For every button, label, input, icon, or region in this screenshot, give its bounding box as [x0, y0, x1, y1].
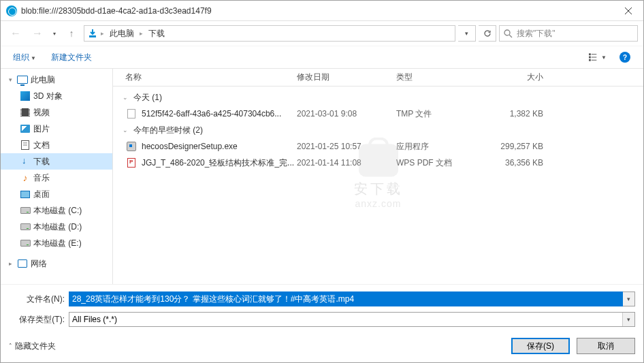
close-button[interactable]: [613, 1, 643, 21]
tree-label: 下载: [33, 156, 50, 168]
tree-documents[interactable]: 文档: [1, 137, 112, 153]
tree-label: 本地磁盘 (D:): [33, 221, 82, 233]
hide-folders-toggle[interactable]: ˄ 隐藏文件夹: [9, 341, 56, 352]
tree-desktop[interactable]: 桌面: [1, 186, 112, 202]
toolbar: 组织▼ 新建文件夹 ▼ ?: [1, 46, 643, 69]
recent-locations-dropdown[interactable]: ▾: [50, 25, 59, 42]
group-label: 今天 (1): [133, 92, 162, 104]
file-row[interactable]: JGJ_T_486-2020_轻板结构技术标准_完... 2021-01-14 …: [113, 155, 643, 171]
view-options-button[interactable]: ▼: [586, 49, 609, 65]
search-input[interactable]: 搜索"下载": [499, 25, 638, 42]
file-name: 512f5f42-6aff-43a6-a425-407304cb6...: [142, 109, 297, 119]
file-row[interactable]: 512f5f42-6aff-43a6-a425-407304cb6... 202…: [113, 106, 643, 122]
tree-local-disk-c[interactable]: 本地磁盘 (C:): [1, 202, 112, 219]
dialog-footer: ˄ 隐藏文件夹 保存(S) 取消: [1, 332, 643, 362]
tree-local-disk-d[interactable]: 本地磁盘 (D:): [1, 219, 112, 235]
file-size: 1,382 KB: [485, 109, 560, 119]
svg-rect-7: [592, 60, 597, 61]
filename-dropdown[interactable]: ▾: [623, 291, 635, 306]
drive-icon: [20, 205, 31, 216]
group-label: 今年的早些时候 (2): [133, 125, 203, 136]
svg-rect-0: [89, 35, 96, 37]
refresh-button[interactable]: [479, 25, 496, 42]
tree-network[interactable]: ▸ 网络: [1, 255, 112, 272]
chevron-right-icon[interactable]: ▸: [140, 30, 143, 37]
chevron-right-icon[interactable]: ▸: [101, 30, 104, 37]
column-modified[interactable]: 修改日期: [297, 72, 396, 83]
column-name[interactable]: 名称: [125, 72, 297, 83]
svg-rect-3: [589, 57, 591, 59]
help-icon: ?: [619, 52, 630, 63]
file-exe-icon: [125, 141, 138, 152]
hide-folders-label: 隐藏文件夹: [15, 341, 56, 352]
tree-label: 本地磁盘 (C:): [33, 205, 82, 217]
tree-label: 音乐: [33, 172, 50, 184]
drive-icon: [20, 221, 31, 232]
file-modified: 2021-01-25 10:57: [297, 142, 396, 151]
tree-label: 桌面: [33, 189, 50, 200]
organize-menu[interactable]: 组织▼: [7, 49, 42, 66]
save-type-select[interactable]: All Files (*.*) ▾: [69, 312, 635, 327]
app-icon: [6, 5, 17, 16]
filename-label: 文件名(N):: [9, 294, 65, 305]
svg-rect-6: [592, 57, 597, 58]
breadcrumb-this-pc[interactable]: 此电脑: [107, 28, 137, 40]
address-bar[interactable]: ▸ 此电脑 ▸ 下载: [84, 25, 455, 42]
tree-3d-objects[interactable]: 3D 对象: [1, 88, 112, 104]
pictures-icon: [20, 123, 31, 134]
file-modified: 2021-03-01 9:08: [297, 109, 396, 119]
address-dropdown[interactable]: ▾: [458, 25, 476, 42]
group-today[interactable]: ⌄ 今天 (1): [113, 89, 643, 106]
search-icon: [504, 29, 513, 38]
drive-icon: [20, 238, 31, 249]
tree-downloads[interactable]: 下载: [1, 153, 112, 170]
documents-icon: [20, 140, 31, 151]
tree-pictures[interactable]: 图片: [1, 121, 112, 137]
file-modified: 2021-01-14 11:08: [297, 158, 396, 168]
back-button[interactable]: ←: [6, 25, 25, 42]
forward-button[interactable]: →: [28, 25, 47, 42]
svg-rect-5: [592, 54, 597, 54]
column-size[interactable]: 大小: [485, 72, 560, 83]
expand-icon[interactable]: ▸: [6, 260, 14, 267]
help-button[interactable]: ?: [613, 49, 637, 65]
up-button[interactable]: ↑: [62, 25, 81, 42]
window-title: blob:file:///28305bdd-d1ae-4ca2-ad1a-d3c…: [21, 6, 613, 16]
file-size: 36,356 KB: [485, 158, 560, 168]
collapse-icon[interactable]: ⌄: [123, 127, 131, 133]
file-size: 299,257 KB: [485, 142, 560, 151]
collapse-icon[interactable]: ▾: [6, 76, 14, 83]
collapse-icon[interactable]: ⌄: [123, 94, 131, 101]
tree-this-pc[interactable]: ▾ 此电脑: [1, 72, 112, 88]
desktop-icon: [20, 189, 31, 200]
save-type-label: 保存类型(T):: [9, 314, 65, 326]
tree-music[interactable]: ♪ 音乐: [1, 170, 112, 186]
file-list-pane: 名称 修改日期 类型 大小 ⌄ 今天 (1) 512f5f42-6aff-43a…: [113, 69, 643, 284]
downloads-location-icon: [87, 28, 98, 39]
file-list: ⌄ 今天 (1) 512f5f42-6aff-43a6-a425-407304c…: [113, 86, 643, 284]
cancel-button[interactable]: 取消: [577, 338, 635, 354]
breadcrumb-downloads[interactable]: 下载: [146, 28, 167, 40]
new-folder-button[interactable]: 新建文件夹: [46, 49, 97, 66]
svg-rect-2: [589, 53, 591, 55]
column-type[interactable]: 类型: [396, 72, 485, 83]
tree-label: 视频: [33, 107, 50, 119]
group-earlier-this-year[interactable]: ⌄ 今年的早些时候 (2): [113, 122, 643, 138]
tree-label: 3D 对象: [33, 91, 63, 102]
title-bar: blob:file:///28305bdd-d1ae-4ca2-ad1a-d3c…: [1, 1, 643, 21]
downloads-icon: [20, 156, 31, 167]
chevron-up-icon: ˄: [9, 343, 12, 349]
navigation-bar: ← → ▾ ↑ ▸ 此电脑 ▸ 下载 ▾ 搜索"下载": [1, 21, 643, 46]
file-name: JGJ_T_486-2020_轻板结构技术标准_完...: [142, 157, 297, 169]
file-type: 应用程序: [396, 141, 485, 153]
tree-label: 图片: [33, 123, 50, 135]
filename-input[interactable]: [69, 291, 623, 306]
file-row[interactable]: hecoosDesignerSetup.exe 2021-01-25 10:57…: [113, 138, 643, 155]
save-button[interactable]: 保存(S): [511, 338, 570, 354]
chevron-down-icon: ▾: [622, 313, 634, 326]
file-pdf-icon: [125, 157, 138, 168]
tree-local-disk-e[interactable]: 本地磁盘 (E:): [1, 235, 112, 251]
chevron-down-icon: ▼: [601, 54, 607, 61]
tree-videos[interactable]: 视频: [1, 104, 112, 121]
save-type-value: All Files (*.*): [72, 315, 117, 324]
